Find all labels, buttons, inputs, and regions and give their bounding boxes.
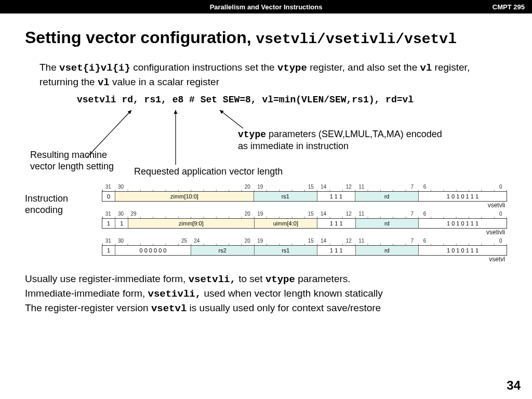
encoding-field: rd: [355, 192, 419, 201]
header-title: Parallelism and Vector Instructions: [210, 3, 323, 11]
page-number: 34: [507, 378, 521, 393]
encoding-field: 1: [102, 246, 115, 255]
encoding-field: 1 1 1: [317, 219, 355, 228]
code-example: vsetvli rd, rs1, e8 # Set SEW=8, vl=min(…: [77, 95, 507, 105]
intro-text: The vset{i}vl{i} configuration instructi…: [39, 61, 486, 89]
annot-rd: Resulting machine vector length setting: [30, 150, 134, 172]
encoding-name: vsetvli: [102, 202, 507, 209]
title-mono: vsetvli/vsetivli/vsetvl: [256, 31, 456, 47]
annot-e8: vtype parameters (SEW,LMUL,TA,MA) encode…: [238, 129, 446, 152]
encoding-field: 1 1 1: [317, 192, 355, 201]
encoding-field: 1 0 1 0 1 1 1: [419, 246, 507, 255]
encoding-field: rs2: [191, 246, 255, 255]
slide-body: Setting vector configuration, vsetvli/vs…: [0, 14, 532, 399]
encoding-field: 1 0 1 0 1 1 1: [419, 219, 507, 228]
encoding-field: rs1: [254, 192, 317, 201]
annot-rs1: Requested application vector length: [134, 166, 283, 178]
slide-title: Setting vector configuration, vsetvli/vs…: [25, 28, 507, 47]
encoding-field: zimm[9:0]: [128, 219, 254, 228]
encoding-stack: 31302019151412117600zimm[10:0]rs11 1 1rd…: [102, 184, 507, 265]
encoding-field: rs1: [255, 246, 318, 255]
encoding-field: rd: [356, 219, 419, 228]
encoding-field: 0 0 0 0 0 0: [115, 246, 191, 255]
encoding-name: vsetivli: [102, 229, 507, 236]
encoding-field: 1: [115, 219, 128, 228]
encoding-name: vsetvl: [102, 256, 507, 263]
encoding-field: 1: [102, 219, 115, 228]
encoding-field: uimm[4:0]: [255, 219, 318, 228]
encoding-row: 31302920191514121176011zimm[9:0]uimm[4:0…: [102, 211, 507, 236]
annotation-area: Resulting machine vector length setting …: [25, 105, 507, 183]
svg-line-2: [220, 110, 243, 128]
header-course: CMPT 295: [493, 3, 525, 11]
encoding-field: zimm[10:0]: [115, 192, 254, 201]
encoding-row: 3130252420191514121176010 0 0 0 0 0rs2rs…: [102, 238, 507, 263]
footer-text: Usually use register-immediate form, vse…: [25, 272, 507, 315]
encoding-field: rd: [356, 246, 419, 255]
encoding-field: 0: [102, 192, 115, 201]
title-prefix: Setting vector configuration,: [25, 28, 256, 47]
encoding-field: 1 1 1: [317, 246, 355, 255]
encoding-field: 1 0 1 0 1 1 1: [419, 192, 507, 201]
slide-header: Parallelism and Vector Instructions CMPT…: [0, 0, 532, 14]
